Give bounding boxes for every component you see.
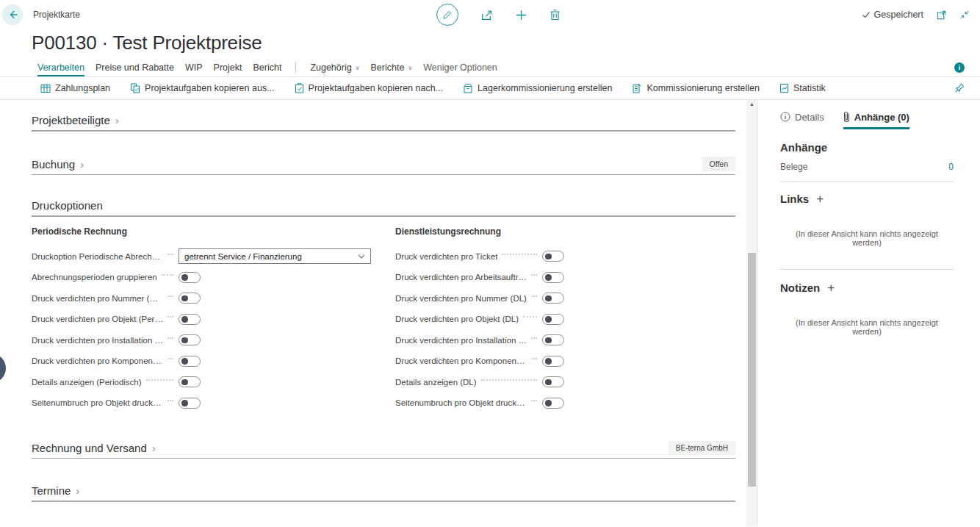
field-label: Seitenumbruch pro Objekt drucken (...: [395, 398, 527, 407]
field-label: Druck verdichten pro Nummer (DL): [395, 294, 527, 303]
tab-weniger-optionen[interactable]: Weniger Optionen: [423, 58, 497, 76]
field-label: Druck verdichten pro Installation (Peri.…: [32, 336, 163, 345]
field-toggle-row: Abrechnungsperioden gruppieren: [32, 267, 371, 288]
chevron-right-icon[interactable]: ›: [152, 442, 156, 453]
vertical-scrollbar[interactable]: ▲: [746, 100, 757, 526]
field-label: Seitenumbruch pro Objekt drucken (P...: [32, 398, 163, 407]
pick-icon: [632, 83, 642, 93]
toggle-off[interactable]: [179, 356, 201, 367]
field-toggle-row: Druck verdichten pro Installation (DL): [395, 330, 735, 351]
toggle-off[interactable]: [179, 376, 201, 387]
toggle-off[interactable]: [179, 272, 201, 283]
documents-count-link[interactable]: 0: [948, 162, 954, 172]
action-copy-tasks-from[interactable]: Projektaufgaben kopieren aus...: [130, 83, 275, 93]
field-label: Abrechnungsperioden gruppieren: [32, 273, 157, 282]
pin-icon[interactable]: [954, 82, 965, 93]
statistics-icon: [779, 83, 789, 93]
dotted-leader: [531, 400, 537, 401]
section-title[interactable]: Projektbeteiligte: [32, 114, 110, 126]
tab-zugehoerig[interactable]: Zugehörig∨: [310, 58, 359, 76]
field-druckoption-periodische-abrechnung: Druckoption Periodische Abrechnung getre…: [32, 246, 371, 268]
toggle-off[interactable]: [179, 398, 201, 409]
action-statistik[interactable]: Statistik: [779, 83, 826, 93]
section-title[interactable]: Buchung: [32, 158, 75, 171]
chevron-right-icon[interactable]: ›: [76, 485, 79, 496]
payment-plan-icon: [40, 84, 51, 93]
notes-empty-text: (In dieser Ansicht kann nichts angezeigt…: [780, 318, 954, 336]
field-label: Druck verdichten pro Komponente (P...: [32, 356, 163, 365]
chevron-down-icon: [358, 254, 365, 259]
section-rule: [32, 458, 735, 459]
dotted-leader: [167, 254, 173, 255]
edit-button[interactable]: [436, 4, 458, 26]
toggle-off[interactable]: [542, 356, 564, 367]
section-druckoptionen: Druckoptionen Periodische Rechnung Druck…: [32, 196, 735, 414]
tab-berichte[interactable]: Berichte∨: [371, 58, 413, 76]
info-icon[interactable]: i: [954, 62, 965, 73]
collapse-icon[interactable]: [959, 10, 970, 20]
druckoption-select[interactable]: getrennt Service / Finanzierung: [179, 248, 371, 264]
section-title[interactable]: Rechnung und Versand: [32, 442, 147, 454]
action-bar: Zahlungsplan Projektaufgaben kopieren au…: [0, 77, 980, 100]
page-type-label: Projektkarte: [33, 10, 80, 20]
copy-to-icon: [295, 83, 304, 93]
dotted-leader: [146, 379, 173, 381]
attachments-title: Anhänge: [780, 141, 954, 154]
toggle-off[interactable]: [542, 251, 564, 262]
new-icon[interactable]: [515, 9, 527, 21]
dotted-leader: [167, 295, 173, 297]
add-note-button[interactable]: +: [827, 282, 835, 294]
scrollbar-thumb[interactable]: [748, 253, 756, 487]
chevron-right-icon[interactable]: ›: [80, 159, 84, 170]
dotted-leader: [502, 254, 537, 255]
field-label: Details anzeigen (DL): [395, 378, 477, 387]
field-label: Druck verdichten pro Nummer (Perio...: [32, 294, 163, 303]
action-copy-tasks-to[interactable]: Projektaufgaben kopieren nach...: [295, 83, 443, 93]
field-label: Druckoption Periodische Abrechnung: [32, 252, 163, 261]
toggle-off[interactable]: [179, 293, 201, 304]
action-create-pick[interactable]: Kommissionierung erstellen: [632, 83, 760, 93]
panel-divider: [780, 182, 954, 182]
field-label: Druck verdichten pro Komponente (DL): [395, 356, 527, 365]
field-label: Druck verdichten pro Objekt (DL): [395, 315, 519, 323]
section-title[interactable]: Termine: [32, 484, 71, 497]
documents-label: Belege: [780, 162, 807, 172]
tab-wip[interactable]: WIP: [185, 58, 203, 76]
dotted-leader: [167, 316, 173, 318]
tab-bericht[interactable]: Bericht: [253, 58, 281, 76]
factbox-tab-details[interactable]: Details: [780, 104, 824, 129]
copy-from-icon: [130, 83, 140, 93]
toggle-off[interactable]: [179, 334, 201, 345]
section-rule: [32, 130, 735, 132]
field-toggle-row: Druck verdichten pro Nummer (Perio...: [32, 288, 371, 309]
action-zahlungsplan[interactable]: Zahlungsplan: [40, 83, 110, 93]
field-label: Druck verdichten pro Objekt (Periodis...: [32, 315, 163, 323]
toggle-off[interactable]: [542, 293, 564, 304]
tab-preise-und-rabatte[interactable]: Preise und Rabatte: [96, 58, 174, 76]
section-projektbeteiligte: Projektbeteiligte ›: [32, 110, 735, 132]
factbox-tab-anhaenge[interactable]: Anhänge (0): [843, 104, 909, 129]
toggle-off[interactable]: [542, 376, 564, 387]
toggle-off[interactable]: [542, 334, 564, 345]
back-button[interactable]: [2, 4, 23, 25]
menu-tab-strip: Verarbeiten Preise und Rabatte WIP Proje…: [0, 58, 980, 77]
field-toggle-row: Druck verdichten pro Installation (Peri.…: [32, 330, 371, 351]
section-title[interactable]: Druckoptionen: [32, 199, 103, 212]
delete-icon[interactable]: [550, 9, 561, 21]
field-label: Druck verdichten pro Arbeitsauftrag: [395, 273, 527, 282]
tab-verarbeiten[interactable]: Verarbeiten: [37, 58, 84, 76]
open-in-window-icon[interactable]: [936, 10, 947, 21]
chevron-down-icon: ∨: [356, 65, 360, 71]
scroll-up-arrow[interactable]: ▲: [746, 101, 757, 107]
tab-projekt[interactable]: Projekt: [214, 58, 242, 76]
toggle-off[interactable]: [542, 398, 564, 409]
group-title: Periodische Rechnung: [32, 226, 371, 237]
chevron-right-icon[interactable]: ›: [115, 115, 119, 126]
toggle-off[interactable]: [179, 314, 201, 325]
section-rule: [32, 215, 735, 217]
action-create-warehouse-pick[interactable]: Lagerkommissionierung erstellen: [463, 83, 612, 93]
toggle-off[interactable]: [542, 314, 564, 325]
add-link-button[interactable]: +: [816, 193, 824, 205]
toggle-off[interactable]: [542, 272, 564, 283]
share-icon[interactable]: [480, 9, 493, 21]
